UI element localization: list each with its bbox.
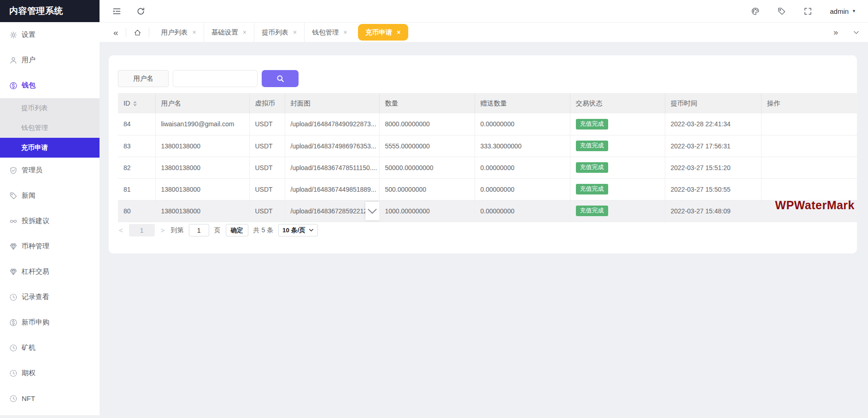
tab-item[interactable]: 基础设置× [204, 23, 254, 42]
shield-icon [9, 166, 18, 175]
refresh-icon[interactable] [136, 7, 145, 16]
confirm-page-button[interactable]: 确定 [226, 224, 248, 236]
search-input[interactable] [173, 70, 258, 87]
goto-label: 到第 [171, 226, 184, 235]
column-header: 提币时间 [665, 93, 761, 113]
sidebar-subitem[interactable]: 钱包管理 [0, 118, 100, 138]
tabs-scroll-left-icon[interactable]: « [111, 28, 121, 37]
table-row[interactable]: 8013800138000USDT/upload/164836728592212… [118, 200, 857, 222]
cell-status: 充值完成 [570, 178, 665, 200]
tab-item[interactable]: 充币申请× [358, 24, 408, 41]
tabs-scroll-right-icon[interactable]: » [831, 28, 841, 36]
tab-item[interactable]: 提币列表× [254, 23, 304, 42]
cell-coin: USDT [249, 135, 285, 157]
sidebar-item[interactable]: 新币申购 [0, 310, 100, 335]
sidebar-item[interactable]: 设置 [0, 22, 100, 47]
tab-close-icon[interactable]: × [193, 29, 196, 35]
table-row[interactable]: 84liwaisan1990@gmail.comUSDT/upload/1648… [118, 113, 857, 135]
user-menu[interactable]: admin ▼ [830, 7, 856, 15]
sidebar-subitem[interactable]: 提币列表 [0, 98, 100, 118]
home-icon[interactable] [134, 29, 141, 36]
cell-action [761, 157, 857, 178]
status-badge: 充值完成 [576, 119, 608, 130]
table-row[interactable]: 8313800138000USDT/upload/164837498697635… [118, 135, 857, 157]
cell-bonus: 333.30000000 [475, 135, 570, 157]
cell-username: 13800138000 [155, 178, 249, 200]
column-label: ID [123, 100, 130, 107]
prev-page-button[interactable]: < [118, 226, 124, 234]
cell-cover: /upload/1648374986976353... [285, 135, 379, 157]
tab-label: 充币申请 [365, 28, 392, 37]
sidebar-item-label: NFT [22, 394, 35, 402]
column-header: 操作 [761, 93, 857, 113]
cell-id: 84 [118, 113, 155, 135]
sidebar-item[interactable]: 矿机 [0, 335, 100, 360]
sidebar-item[interactable]: 钱包 [0, 73, 100, 98]
user-name: admin [830, 7, 849, 15]
tab-close-icon[interactable]: × [243, 29, 246, 35]
sidebar-item[interactable]: 新闻 [0, 183, 100, 208]
horizontal-scrollbar[interactable] [0, 415, 868, 418]
search-button[interactable] [262, 70, 299, 87]
sidebar-item[interactable]: 管理员 [0, 158, 100, 183]
topbar: admin ▼ [100, 0, 868, 22]
sidebar-item[interactable]: 杠杆交易 [0, 259, 100, 284]
palette-icon[interactable] [751, 7, 760, 16]
tab-item[interactable]: 用户列表× [154, 23, 204, 42]
pagination: < 1 > 到第 页 确定 共 5 条 10 条/页 [118, 224, 318, 236]
cell-cover: /upload/1648478490922873... [285, 113, 379, 135]
sidebar-item[interactable]: NFT [0, 386, 100, 411]
chevron-down-icon [309, 228, 314, 233]
cell-coin: USDT [249, 113, 285, 135]
cell-time: 2022-03-27 15:50:55 [665, 178, 761, 200]
tab-item[interactable]: 钱包管理× [304, 23, 354, 42]
tag-icon[interactable] [777, 7, 786, 16]
tab-close-icon[interactable]: × [397, 29, 400, 35]
tab-close-icon[interactable]: × [293, 29, 297, 35]
cell-cover: /upload/1648367449851889... [285, 178, 379, 200]
sidebar-item[interactable]: 记录查看 [0, 284, 100, 310]
column-header: 虚拟币 [249, 93, 285, 113]
fullscreen-icon[interactable] [803, 7, 812, 16]
sidebar-item[interactable]: 投拆建议 [0, 208, 100, 234]
column-header[interactable]: ID [118, 93, 155, 113]
tab-label: 提币列表 [262, 28, 288, 37]
cell-bonus: 0.00000000 [475, 178, 570, 200]
column-label: 用户名 [161, 100, 182, 107]
collapse-menu-icon[interactable] [112, 7, 121, 16]
cell-status: 充值完成 [570, 135, 665, 157]
cell-id: 83 [118, 135, 155, 157]
cell-amount: 500.00000000 [379, 178, 475, 200]
cell-status: 充值完成 [570, 157, 665, 178]
cell-id: 81 [118, 178, 155, 200]
cell-username: 13800138000 [155, 135, 249, 157]
tab-label: 钱包管理 [312, 28, 339, 37]
cell-id: 82 [118, 157, 155, 178]
tag-icon [9, 192, 18, 200]
expand-cover-button[interactable] [365, 202, 379, 220]
page-size-select[interactable]: 10 条/页 [278, 224, 318, 236]
tabs-dropdown-icon[interactable] [853, 29, 860, 36]
divider [126, 28, 126, 37]
tab-label: 基础设置 [211, 28, 238, 37]
cell-bonus: 0.00000000 [475, 157, 570, 178]
search-field-selector[interactable]: 用户名 [118, 70, 169, 87]
cell-id: 80 [118, 200, 155, 222]
current-page[interactable]: 1 [129, 224, 155, 236]
sidebar-item-label: 新闻 [22, 191, 35, 200]
tabbar: « 用户列表×基础设置×提币列表×钱包管理×充币申请× » [100, 22, 868, 42]
goto-page-input[interactable] [189, 224, 209, 236]
tab-close-icon[interactable]: × [343, 29, 347, 35]
table-row[interactable]: 8113800138000USDT/upload/164836744985188… [118, 178, 857, 200]
sidebar-item[interactable]: 期权 [0, 360, 100, 386]
sidebar-item-label: 新币申购 [22, 318, 49, 327]
table-body: 84liwaisan1990@gmail.comUSDT/upload/1648… [118, 113, 857, 222]
next-page-button[interactable]: > [160, 226, 166, 234]
table-row[interactable]: 8213800138000USDT/upload/164836747851115… [118, 157, 857, 178]
sidebar-item[interactable]: 币种管理 [0, 234, 100, 259]
sort-icon[interactable] [133, 101, 137, 106]
sidebar-subitem[interactable]: 充币申请 [0, 138, 100, 158]
sidebar-item[interactable]: 用户 [0, 47, 100, 73]
column-header: 封面图 [285, 93, 379, 113]
cell-coin: USDT [249, 178, 285, 200]
